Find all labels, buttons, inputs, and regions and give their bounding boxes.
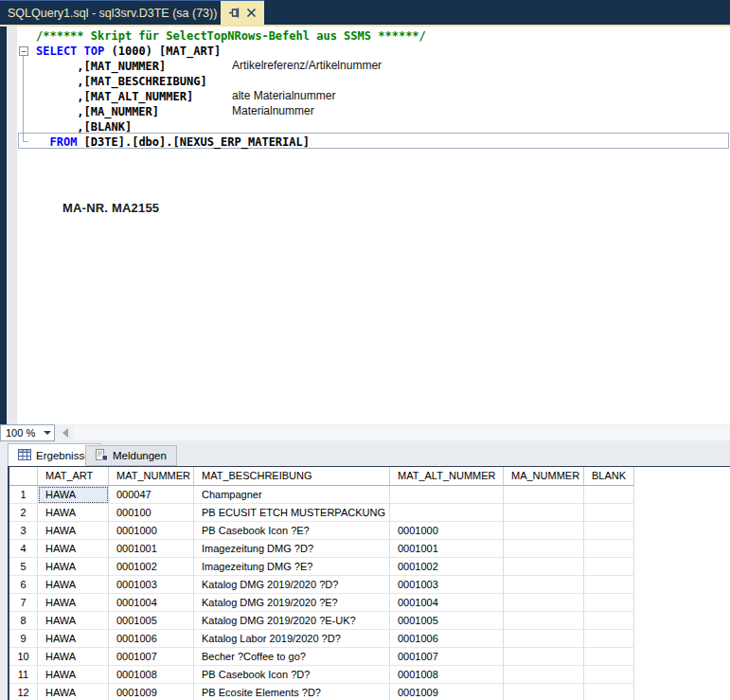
grid-cell[interactable]: PB Casebook Icon ?D? (194, 666, 390, 684)
grid-cell[interactable] (504, 648, 584, 666)
close-icon[interactable] (246, 8, 257, 18)
grid-cell[interactable]: 000100 (109, 504, 194, 522)
grid-cell[interactable] (390, 486, 504, 504)
horizontal-scrollbar[interactable] (74, 426, 730, 440)
grid-cell[interactable]: PB ECUSIT ETCH MUSTERPACKUNG (194, 504, 390, 522)
grid-cell[interactable]: HAWA (38, 558, 109, 576)
grid-cell[interactable]: Katalog DMG 2019/2020 ?E? (194, 594, 390, 612)
grid-cell[interactable] (584, 684, 634, 700)
grid-cell[interactable]: PB Ecosite Elements ?D? (194, 684, 390, 700)
grid-cell[interactable]: HAWA (38, 594, 109, 612)
grid-cell[interactable]: HAWA (38, 612, 109, 630)
grid-cell[interactable] (504, 558, 584, 576)
grid-column-header[interactable]: MAT_BESCHREIBUNG (194, 467, 390, 486)
grid-cell[interactable]: 0001003 (390, 576, 504, 594)
collapse-region-icon[interactable]: − (19, 46, 28, 56)
code-line[interactable]: ,[MAT_ALT_NUMMER] (36, 89, 426, 104)
sql-editor[interactable]: − /****** Skript für SelectTopNRows-Befe… (0, 27, 730, 424)
grid-cell[interactable]: 0001001 (109, 540, 194, 558)
grid-cell[interactable]: HAWA (38, 648, 109, 666)
grid-cell[interactable]: 0001005 (109, 612, 194, 630)
grid-cell[interactable] (584, 612, 634, 630)
tab-meldungen[interactable]: Meldungen (85, 445, 177, 466)
grid-cell[interactable]: Katalog DMG 2019/2020 ?D? (194, 576, 390, 594)
grid-cell[interactable] (390, 504, 504, 522)
row-number-cell[interactable]: 5 (9, 558, 38, 576)
grid-cell[interactable]: 0001001 (390, 540, 504, 558)
grid-cell[interactable]: 000047 (109, 486, 194, 504)
row-number-cell[interactable]: 11 (9, 666, 38, 684)
grid-cell[interactable] (584, 594, 634, 612)
document-tab[interactable]: SQLQuery1.sql - sql3srv.D3TE (sa (73)) (0, 0, 264, 25)
code-line[interactable]: SELECT TOP (1000) [MAT_ART] (36, 44, 426, 59)
row-number-cell[interactable]: 4 (9, 540, 38, 558)
chevron-down-icon[interactable] (41, 425, 54, 440)
grid-cell[interactable]: 0001008 (390, 666, 504, 684)
grid-column-header[interactable]: MAT_ALT_NUMMER (390, 467, 504, 486)
row-number-cell[interactable]: 9 (9, 630, 38, 648)
grid-column-header[interactable]: MAT_ART (38, 467, 109, 486)
grid-cell[interactable]: Katalog DMG 2019/2020 ?E-UK? (194, 612, 390, 630)
grid-cell[interactable] (504, 666, 584, 684)
grid-cell[interactable] (584, 558, 634, 576)
grid-cell[interactable] (504, 540, 584, 558)
grid-cell[interactable]: 0001008 (109, 666, 194, 684)
grid-cell[interactable]: 0001007 (109, 648, 194, 666)
grid-cell[interactable]: Champagner (194, 486, 390, 504)
grid-cell[interactable]: Katalog Labor 2019/2020 ?D? (194, 630, 390, 648)
grid-cell[interactable] (504, 522, 584, 540)
row-number-cell[interactable]: 10 (9, 648, 38, 666)
code-line[interactable]: /****** Skript für SelectTopNRows-Befehl… (36, 28, 426, 44)
grid-cell[interactable] (584, 576, 634, 594)
grid-cell[interactable]: HAWA (38, 630, 109, 648)
grid-cell[interactable]: HAWA (38, 504, 109, 522)
pin-icon[interactable] (228, 7, 240, 19)
grid-cell[interactable]: HAWA (38, 486, 109, 504)
zoom-level-dropdown[interactable]: 100 % (0, 424, 55, 441)
grid-cell[interactable] (504, 486, 584, 504)
grid-cell[interactable] (584, 630, 634, 648)
grid-column-header[interactable]: MA_NUMMER (504, 467, 584, 486)
code-line[interactable]: ,[MA_NUMMER] (36, 104, 426, 119)
code-line[interactable]: ,[BLANK] (36, 119, 426, 135)
grid-cell[interactable] (504, 612, 584, 630)
grid-cell[interactable]: Becher ?Coffee to go? (194, 648, 390, 666)
grid-cell[interactable] (504, 576, 584, 594)
grid-cell[interactable] (584, 666, 634, 684)
code-line[interactable]: FROM [D3TE].[dbo].[NEXUS_ERP_MATERIAL] (36, 135, 426, 150)
grid-cell[interactable]: 0001000 (109, 522, 194, 540)
row-number-cell[interactable]: 3 (9, 522, 38, 540)
grid-cell[interactable]: HAWA (38, 576, 109, 594)
grid-cell[interactable]: 0001006 (109, 630, 194, 648)
code-line[interactable]: ,[MAT_BESCHREIBUNG] (36, 74, 426, 89)
grid-cell[interactable]: Imagezeitung DMG ?E? (194, 558, 390, 576)
scroll-left-button[interactable] (59, 427, 72, 439)
grid-cell[interactable]: HAWA (38, 684, 109, 700)
grid-cell[interactable]: 0001000 (390, 522, 504, 540)
grid-corner-header[interactable] (9, 467, 38, 486)
grid-cell[interactable]: 0001004 (109, 594, 194, 612)
grid-cell[interactable] (504, 684, 584, 700)
grid-cell[interactable]: 0001007 (390, 648, 504, 666)
row-number-cell[interactable]: 6 (9, 576, 38, 594)
grid-cell[interactable]: 0001002 (390, 558, 504, 576)
grid-column-header[interactable]: BLANK (584, 467, 634, 486)
grid-cell[interactable]: 0001009 (390, 684, 504, 700)
grid-cell[interactable] (504, 504, 584, 522)
grid-cell[interactable] (504, 594, 584, 612)
grid-cell[interactable] (584, 540, 634, 558)
grid-cell[interactable] (584, 486, 634, 504)
grid-cell[interactable]: PB Casebook Icon ?E? (194, 522, 390, 540)
row-number-cell[interactable]: 12 (9, 684, 38, 700)
grid-cell[interactable]: 0001004 (390, 594, 504, 612)
code-lines[interactable]: /****** Skript für SelectTopNRows-Befehl… (36, 28, 426, 150)
grid-cell[interactable]: HAWA (38, 522, 109, 540)
grid-cell[interactable]: HAWA (38, 540, 109, 558)
grid-cell[interactable] (584, 504, 634, 522)
grid-cell[interactable] (584, 522, 634, 540)
row-number-cell[interactable]: 1 (9, 486, 38, 504)
grid-cell[interactable]: HAWA (38, 666, 109, 684)
grid-cell[interactable]: 0001005 (390, 612, 504, 630)
grid-cell[interactable] (504, 630, 584, 648)
grid-cell[interactable]: 0001002 (109, 558, 194, 576)
